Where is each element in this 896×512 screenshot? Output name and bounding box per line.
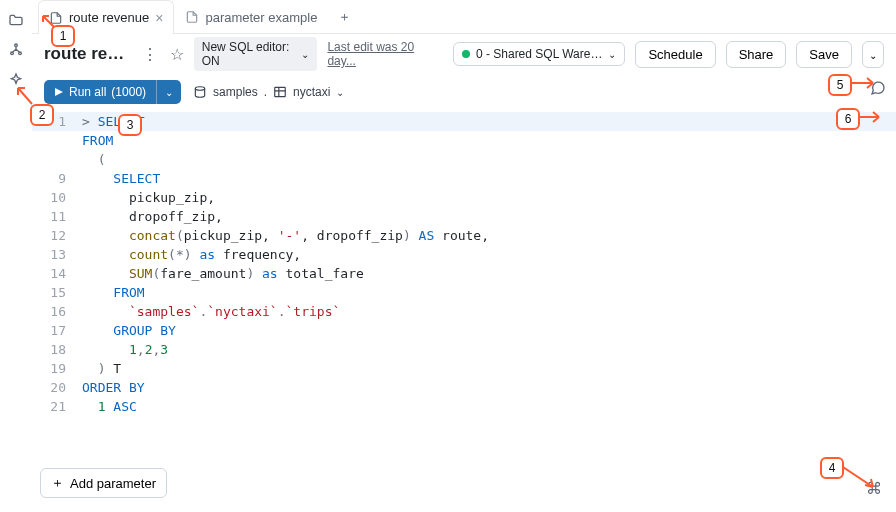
callout-1: 1 xyxy=(51,25,75,47)
code-line[interactable]: 21 1 ASC xyxy=(32,397,896,416)
schema-icon[interactable] xyxy=(8,42,24,58)
footer: ＋Add parameter xyxy=(40,468,167,498)
table-icon xyxy=(273,85,287,99)
folder-icon[interactable] xyxy=(8,12,24,28)
query-title[interactable]: route reve... xyxy=(44,44,130,64)
code-content: 1 ASC xyxy=(76,397,137,416)
play-icon xyxy=(54,87,64,97)
code-line[interactable]: 11 dropoff_zip, xyxy=(32,207,896,226)
code-line[interactable]: 13 count(*) as frequency, xyxy=(32,245,896,264)
svg-point-0 xyxy=(15,44,18,47)
line-number: 18 xyxy=(32,340,76,359)
code-content: GROUP BY xyxy=(76,321,176,340)
tab-label: route revenue xyxy=(69,10,149,25)
title-row: route reve... ⋮ ☆ New SQL editor: ON⌄ La… xyxy=(32,34,896,74)
line-number: 10 xyxy=(32,188,76,207)
chevron-down-icon: ⌄ xyxy=(608,49,616,60)
line-number: 21 xyxy=(32,397,76,416)
line-number xyxy=(32,150,76,169)
code-line[interactable]: ( xyxy=(32,150,896,169)
line-number: 20 xyxy=(32,378,76,397)
code-line[interactable]: 1> SELECT xyxy=(32,112,896,131)
code-line[interactable]: 17 GROUP BY xyxy=(32,321,896,340)
tab-label: parameter example xyxy=(205,10,317,25)
line-number: 15 xyxy=(32,283,76,302)
line-number: 14 xyxy=(32,264,76,283)
warehouse-selector[interactable]: 0 - Shared SQL Ware… ⌄ xyxy=(453,42,626,66)
left-rail xyxy=(0,0,32,512)
line-number: 13 xyxy=(32,245,76,264)
share-button[interactable]: Share xyxy=(726,41,787,68)
chevron-down-icon: ⌄ xyxy=(301,49,309,60)
code-content: pickup_zip, xyxy=(76,188,215,207)
svg-point-1 xyxy=(11,52,14,55)
code-line[interactable]: 12 concat(pickup_zip, '-', dropoff_zip) … xyxy=(32,226,896,245)
tab-bar: route revenue × parameter example ＋ xyxy=(32,0,896,34)
line-number: 12 xyxy=(32,226,76,245)
code-content: 1,2,3 xyxy=(76,340,168,359)
close-icon[interactable]: × xyxy=(155,10,163,26)
code-content: FROM xyxy=(76,131,113,150)
file-icon xyxy=(185,10,199,24)
callout-5: 5 xyxy=(828,74,852,96)
line-number: 9 xyxy=(32,169,76,188)
code-content: SUM(fare_amount) as total_fare xyxy=(76,264,364,283)
code-content: FROM xyxy=(76,283,145,302)
schedule-button[interactable]: Schedule xyxy=(635,41,715,68)
line-number: 17 xyxy=(32,321,76,340)
code-editor[interactable]: 1> SELECTFROM (9 SELECT10 pickup_zip,11 … xyxy=(32,110,896,512)
run-all-button[interactable]: Run all (1000) ⌄ xyxy=(44,80,181,104)
run-row: Run all (1000) ⌄ samples . nyctaxi ⌄ xyxy=(32,74,896,110)
chevron-down-icon: ⌄ xyxy=(869,50,877,61)
add-parameter-button[interactable]: ＋Add parameter xyxy=(40,468,167,498)
svg-point-3 xyxy=(195,87,204,91)
code-line[interactable]: 20ORDER BY xyxy=(32,378,896,397)
keyboard-shortcut-icon[interactable]: ⌘ xyxy=(866,479,882,498)
svg-rect-4 xyxy=(275,87,286,96)
sparkle-icon[interactable] xyxy=(8,72,24,88)
callout-3: 3 xyxy=(118,114,142,136)
code-content: dropoff_zip, xyxy=(76,207,223,226)
comment-icon[interactable] xyxy=(870,80,886,99)
code-line[interactable]: 19 ) T xyxy=(32,359,896,378)
main-area: route revenue × parameter example ＋ rout… xyxy=(32,0,896,512)
code-line[interactable]: 16 `samples`.`nyctaxi`.`trips` xyxy=(32,302,896,321)
kebab-menu-icon[interactable]: ⋮ xyxy=(140,45,160,64)
code-content: ( xyxy=(76,150,105,169)
callout-4: 4 xyxy=(820,457,844,479)
database-icon xyxy=(193,85,207,99)
code-line[interactable]: 15 FROM xyxy=(32,283,896,302)
code-content: `samples`.`nyctaxi`.`trips` xyxy=(76,302,340,321)
code-line[interactable]: 10 pickup_zip, xyxy=(32,188,896,207)
file-icon xyxy=(49,11,63,25)
code-content: count(*) as frequency, xyxy=(76,245,301,264)
plus-icon: ＋ xyxy=(51,474,64,492)
save-button[interactable]: Save xyxy=(796,41,852,68)
new-editor-toggle[interactable]: New SQL editor: ON⌄ xyxy=(194,37,318,71)
code-line[interactable]: 18 1,2,3 xyxy=(32,340,896,359)
new-tab-button[interactable]: ＋ xyxy=(328,0,361,33)
run-menu-button[interactable]: ⌄ xyxy=(156,80,181,104)
last-edit-link[interactable]: Last edit was 20 day... xyxy=(327,40,433,68)
svg-point-2 xyxy=(19,52,22,55)
line-number: 11 xyxy=(32,207,76,226)
code-line[interactable]: FROM xyxy=(32,131,896,150)
tab-parameter-example[interactable]: parameter example xyxy=(174,0,328,33)
code-content: SELECT xyxy=(76,169,160,188)
star-icon[interactable]: ☆ xyxy=(170,45,184,64)
line-number xyxy=(32,131,76,150)
line-number: 19 xyxy=(32,359,76,378)
schema-selector[interactable]: samples . nyctaxi ⌄ xyxy=(193,85,344,99)
code-line[interactable]: 9 SELECT xyxy=(32,169,896,188)
status-dot-icon xyxy=(462,50,470,58)
callout-2: 2 xyxy=(30,104,54,126)
code-content: concat(pickup_zip, '-', dropoff_zip) AS … xyxy=(76,226,489,245)
chevron-down-icon: ⌄ xyxy=(336,87,344,98)
line-number: 16 xyxy=(32,302,76,321)
code-content: ) T xyxy=(76,359,121,378)
callout-6: 6 xyxy=(836,108,860,130)
save-menu-button[interactable]: ⌄ xyxy=(862,41,884,68)
code-content: ORDER BY xyxy=(76,378,145,397)
code-line[interactable]: 14 SUM(fare_amount) as total_fare xyxy=(32,264,896,283)
